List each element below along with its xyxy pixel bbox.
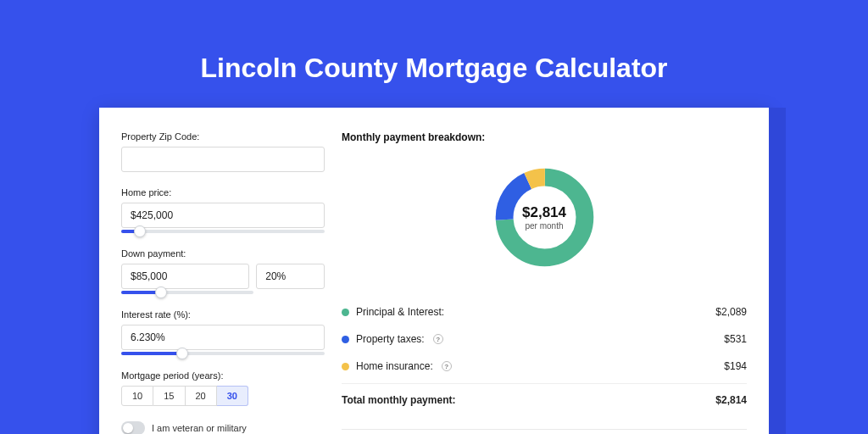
rate-slider[interactable]: [121, 352, 325, 355]
zip-label: Property Zip Code:: [121, 131, 325, 142]
row-value: $2,089: [715, 306, 747, 318]
rate-label: Interest rate (%):: [121, 309, 325, 320]
veteran-toggle[interactable]: [121, 421, 145, 434]
amortization-section: Amortization for mortgage loan Amortizat…: [342, 429, 747, 434]
field-interest-rate: Interest rate (%):: [121, 309, 325, 355]
field-home-price: Home price:: [121, 187, 325, 233]
breakdown-column: Monthly payment breakdown: $2,814 per mo…: [342, 131, 747, 434]
donut-chart-wrap: $2,814 per month: [342, 152, 747, 283]
dot-icon: [342, 363, 349, 370]
row-insurance: Home insurance: ? $194: [342, 353, 747, 380]
period-tab-30[interactable]: 30: [217, 386, 248, 406]
dot-icon: [342, 336, 349, 343]
calculator-card: Property Zip Code: Home price: Down paym…: [99, 108, 769, 434]
page-title: Lincoln County Mortgage Calculator: [0, 0, 868, 108]
info-icon[interactable]: ?: [433, 334, 443, 344]
breakdown-title: Monthly payment breakdown:: [342, 131, 747, 143]
slider-thumb[interactable]: [155, 287, 167, 298]
field-period: Mortgage period (years): 10 15 20 30: [121, 370, 325, 406]
row-taxes: Property taxes: ? $531: [342, 326, 747, 353]
period-label: Mortgage period (years):: [121, 370, 325, 381]
down-payment-slider[interactable]: [121, 291, 253, 294]
donut-sub: per month: [525, 221, 563, 231]
down-payment-pct-input[interactable]: [256, 264, 325, 289]
down-payment-label: Down payment:: [121, 248, 325, 259]
slider-thumb[interactable]: [134, 225, 146, 237]
period-tab-20[interactable]: 20: [186, 386, 217, 406]
row-label: Home insurance:: [356, 360, 433, 372]
row-total: Total monthly payment: $2,814: [342, 383, 747, 414]
total-label: Total monthly payment:: [342, 394, 455, 406]
home-price-label: Home price:: [121, 187, 325, 198]
veteran-label: I am veteran or military: [152, 423, 247, 433]
total-value: $2,814: [715, 394, 747, 406]
period-tabs: 10 15 20 30: [121, 386, 325, 406]
row-label: Property taxes:: [356, 333, 425, 345]
row-value: $531: [724, 333, 747, 345]
form-column: Property Zip Code: Home price: Down paym…: [121, 131, 325, 434]
row-principal: Principal & Interest: $2,089: [342, 298, 747, 326]
donut-amount: $2,814: [522, 204, 566, 221]
donut-chart: $2,814 per month: [492, 164, 598, 270]
zip-input[interactable]: [121, 147, 325, 172]
home-price-slider[interactable]: [121, 230, 325, 233]
dot-icon: [342, 309, 349, 316]
info-icon[interactable]: ?: [442, 361, 452, 371]
rate-input[interactable]: [121, 325, 325, 350]
slider-thumb[interactable]: [176, 348, 188, 359]
row-value: $194: [724, 360, 747, 372]
home-price-input[interactable]: [121, 203, 325, 228]
period-tab-15[interactable]: 15: [153, 386, 185, 406]
veteran-row: I am veteran or military: [121, 421, 325, 434]
field-down-payment: Down payment:: [121, 248, 325, 294]
field-zip: Property Zip Code:: [121, 131, 325, 172]
row-label: Principal & Interest:: [356, 306, 444, 318]
period-tab-10[interactable]: 10: [121, 386, 153, 406]
down-payment-amount-input[interactable]: [121, 264, 249, 289]
